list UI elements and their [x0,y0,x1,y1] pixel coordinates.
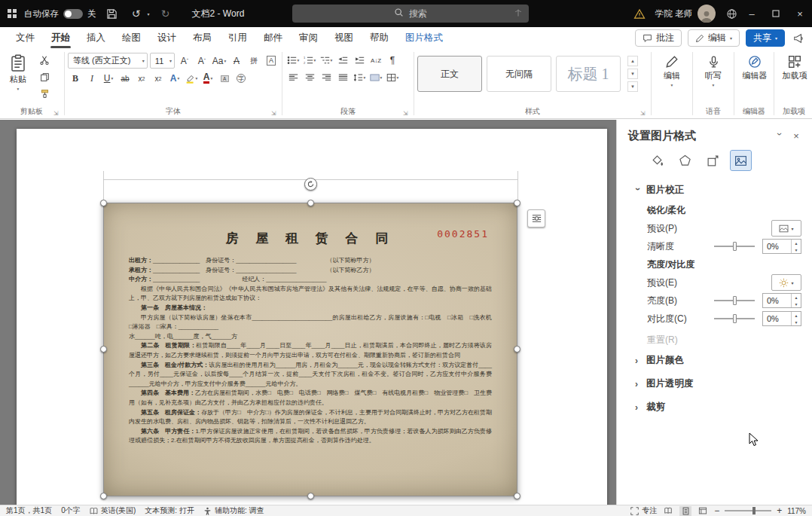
picture-tab[interactable] [731,151,751,170]
tab-layout[interactable]: 布局 [186,28,218,49]
presence-sphere-icon[interactable] [723,5,740,22]
save-icon[interactable] [104,5,121,22]
section-picture-color[interactable]: › 图片颜色 [617,348,812,371]
sharpness-spin-up[interactable]: ▲ [792,240,801,246]
layout-options-button[interactable] [527,209,545,227]
superscript-button[interactable]: x2 [151,71,166,86]
brightness-slider-thumb[interactable] [733,296,737,305]
section-crop[interactable]: › 裁剪 [617,395,812,418]
brightness-preset-dropdown[interactable]: ▾ [771,274,801,291]
increase-indent-button[interactable] [352,53,367,68]
close-button[interactable]: × [788,0,812,27]
app-launcher-icon[interactable] [8,9,17,18]
panel-close-icon[interactable]: × [788,128,804,143]
editing-button[interactable]: 编辑 ▾ [655,53,689,87]
document-canvas[interactable]: 0002851 房 屋 租 赁 合 同 出租方：______________ 身… [0,120,616,505]
style-normal[interactable]: 正文 [417,56,482,92]
paragraph-dialog-launcher[interactable]: ⇲ [403,110,411,118]
sharpness-slider[interactable] [714,246,755,247]
align-right-button[interactable] [319,70,334,85]
dictate-button[interactable]: 听写 ▾ [696,53,731,87]
layout-properties-tab[interactable] [703,151,723,170]
resize-handle-nw[interactable] [100,200,107,206]
styles-dialog-launcher[interactable]: ⇲ [640,110,648,118]
undo-caret-icon[interactable]: ▾ [148,11,150,17]
effects-tab[interactable] [675,151,695,170]
warning-icon[interactable] [631,5,648,22]
cut-button[interactable] [37,53,52,68]
sharpen-preset-dropdown[interactable]: ▾ [771,220,801,237]
zoom-slider-thumb[interactable] [752,507,756,514]
rotation-handle[interactable] [304,178,317,191]
font-dialog-launcher[interactable]: ⇲ [271,110,279,118]
change-case-button[interactable]: Aa▾ [212,53,227,69]
styles-scroll-up[interactable]: ▲ [627,56,638,66]
tab-draw[interactable]: 绘图 [115,28,148,49]
fill-line-tab[interactable] [647,151,667,170]
font-family-combo[interactable]: 等线 (西文正文)▾ [68,53,148,69]
reset-button[interactable]: 重置(R) [617,328,812,348]
autosave-switch[interactable] [63,9,83,19]
shrink-font-button[interactable]: Aˇ [194,53,209,69]
style-heading-1[interactable]: 标题 1 [556,56,621,92]
comments-button[interactable]: 批注 [635,29,682,47]
search-box[interactable]: 搜索 [292,5,529,23]
clipboard-dialog-launcher[interactable]: ⇲ [53,110,61,118]
redo-icon[interactable]: ↻ [157,5,174,22]
avatar[interactable] [698,5,716,23]
align-center-button[interactable] [302,70,317,85]
resize-handle-e[interactable] [514,346,520,353]
zoom-level[interactable]: 117% [787,507,806,515]
focus-button[interactable]: 专注 [630,505,657,516]
style-no-spacing[interactable]: 无间隔 [487,56,551,92]
zoom-in-button[interactable]: + [777,505,782,516]
section-picture-corrections[interactable]: › 图片校正 [617,178,812,201]
character-border-button[interactable]: A [264,53,279,69]
account-button[interactable]: 学院 老师 [655,5,716,23]
resize-handle-se[interactable] [514,493,520,499]
tab-help[interactable]: 帮助 [363,28,395,49]
contrast-value-box[interactable]: 0% ▲▼ [762,311,801,326]
web-layout-button[interactable] [697,506,709,516]
autosave-toggle[interactable]: 自动保存 关 [24,8,96,20]
shading-button[interactable]: A [217,71,232,86]
copy-button[interactable] [37,69,52,84]
highlight-button[interactable]: ▾ [184,71,199,86]
tab-view[interactable]: 视图 [328,28,360,49]
search-assistant-icon[interactable] [514,8,523,20]
font-color-button[interactable]: A▾ [200,71,215,86]
tab-references[interactable]: 引用 [221,28,254,49]
clear-formatting-button[interactable]: A [229,53,244,69]
zoom-out-button[interactable]: − [714,505,719,516]
styles-scroll-down[interactable]: ▼ [627,69,638,79]
contract-image[interactable]: 0002851 房 屋 租 赁 合 同 出租方：______________ 身… [103,203,517,496]
brightness-value-box[interactable]: 0% ▲▼ [762,293,801,308]
read-mode-button[interactable] [662,506,674,516]
text-effects-button[interactable]: A▾ [167,71,182,86]
addins-button[interactable]: 加载项 [777,53,812,81]
text-prediction-indicator[interactable]: 文本预测: 打开 [145,505,194,516]
underline-button[interactable]: U▾ [101,71,116,86]
page-indicator[interactable]: 第1页，共1页 [6,505,52,516]
minimize-button[interactable]: – [740,0,764,27]
brightness-slider[interactable] [714,300,755,301]
multilevel-list-button[interactable]: ▾ [319,53,334,68]
justify-button[interactable] [335,70,350,85]
strikethrough-button[interactable]: ab [118,71,133,86]
show-marks-button[interactable]: ¶ [385,53,400,68]
tab-home[interactable]: 开始 [44,28,77,49]
borders-button[interactable]: ▾ [385,70,400,85]
tab-picture-format[interactable]: 图片格式 [398,28,450,49]
numbering-button[interactable]: 12▾ [302,53,317,68]
share-button[interactable]: 共享 ▾ [746,29,785,47]
sharpness-slider-thumb[interactable] [733,242,737,251]
styles-more[interactable]: ▼ [627,81,638,92]
feedback-icon[interactable] [791,31,806,46]
contrast-spin-down[interactable]: ▼ [792,319,801,325]
sharpness-spin-down[interactable]: ▼ [792,246,801,253]
sort-button[interactable]: A↓Z [368,53,383,68]
enclose-character-button[interactable]: 字 [234,71,249,86]
resize-handle-ne[interactable] [514,200,520,206]
tab-review[interactable]: 审阅 [292,28,325,49]
print-layout-button[interactable] [679,506,691,516]
